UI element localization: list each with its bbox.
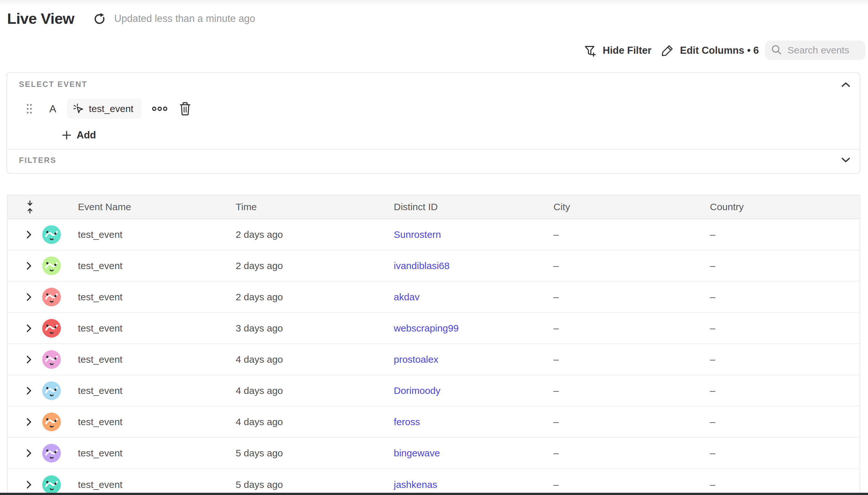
avatar-face-icon bbox=[42, 288, 61, 306]
event-name-cell: test_event bbox=[72, 448, 230, 459]
event-name-cell: test_event bbox=[72, 292, 230, 303]
avatar-cell bbox=[36, 381, 72, 400]
add-event-button[interactable]: Add bbox=[62, 128, 96, 142]
row-expand-button[interactable] bbox=[8, 449, 36, 457]
column-header-city[interactable]: City bbox=[548, 202, 704, 212]
avatar-face-icon bbox=[42, 225, 61, 244]
avatar bbox=[42, 475, 61, 494]
filters-section-label: FILTERS bbox=[19, 156, 56, 165]
table-row[interactable]: test_event 2 days ago akdav – – bbox=[8, 281, 860, 313]
collapse-all-rows-button[interactable] bbox=[8, 200, 36, 214]
country-cell: – bbox=[704, 323, 860, 334]
country-cell: – bbox=[704, 479, 860, 490]
distinct-id-link[interactable]: akdav bbox=[388, 292, 548, 303]
avatar-face-icon bbox=[42, 381, 61, 400]
event-name-cell: test_event bbox=[72, 323, 230, 334]
chevron-up-icon bbox=[841, 82, 851, 87]
distinct-id-link[interactable]: feross bbox=[388, 416, 548, 427]
country-cell: – bbox=[704, 292, 860, 303]
event-select-chip[interactable]: test_event bbox=[67, 99, 142, 119]
event-name-cell: test_event bbox=[72, 260, 230, 271]
table-body: test_event 2 days ago Sunrostern – – bbox=[8, 219, 860, 495]
edit-columns-label: Edit Columns • 6 bbox=[680, 45, 759, 56]
search-box[interactable] bbox=[765, 40, 865, 60]
row-expand-button[interactable] bbox=[8, 262, 36, 270]
trash-icon bbox=[178, 101, 192, 116]
cursor-click-icon bbox=[73, 103, 84, 115]
time-cell: 4 days ago bbox=[230, 354, 388, 365]
avatar bbox=[42, 288, 61, 306]
distinct-id-link[interactable]: jashkenas bbox=[388, 479, 548, 490]
avatar-cell bbox=[36, 444, 72, 462]
hide-filter-label: Hide Filter bbox=[603, 45, 652, 56]
city-cell: – bbox=[548, 385, 704, 396]
column-header-distinct-id[interactable]: Distinct ID bbox=[388, 202, 548, 212]
country-cell: – bbox=[704, 354, 860, 365]
row-expand-button[interactable] bbox=[8, 231, 36, 239]
search-input[interactable] bbox=[787, 45, 858, 56]
event-chip-label: test_event bbox=[89, 103, 133, 114]
table-row[interactable]: test_event 5 days ago bingewave – – bbox=[8, 438, 860, 469]
refresh-button[interactable] bbox=[93, 12, 106, 25]
avatar-cell bbox=[36, 257, 72, 275]
city-cell: – bbox=[548, 354, 704, 365]
delete-event-button[interactable] bbox=[178, 101, 192, 116]
avatar-face-icon bbox=[42, 350, 61, 369]
table-row[interactable]: test_event 5 days ago jashkenas – – bbox=[8, 469, 860, 495]
query-builder-card: SELECT EVENT A test_event bbox=[6, 72, 860, 174]
card-divider bbox=[7, 149, 860, 150]
chevron-right-icon bbox=[27, 449, 32, 457]
distinct-id-link[interactable]: ivandiblasi68 bbox=[388, 260, 548, 271]
avatar-face-icon bbox=[42, 444, 61, 462]
event-more-options-button[interactable] bbox=[151, 105, 168, 112]
distinct-id-link[interactable]: bingewave bbox=[388, 448, 548, 459]
avatar-face-icon bbox=[42, 413, 61, 431]
table-row[interactable]: test_event 4 days ago feross – – bbox=[8, 407, 860, 438]
event-name-cell: test_event bbox=[72, 416, 230, 427]
event-name-cell: test_event bbox=[72, 385, 230, 396]
column-header-country[interactable]: Country bbox=[704, 202, 860, 212]
distinct-id-link[interactable]: webscraping99 bbox=[388, 323, 548, 334]
distinct-id-link[interactable]: Dorimoody bbox=[388, 385, 548, 396]
city-cell: – bbox=[548, 448, 704, 459]
drag-handle-icon[interactable] bbox=[25, 101, 33, 117]
collapse-rows-icon bbox=[27, 200, 33, 214]
table-row[interactable]: test_event 2 days ago Sunrostern – – bbox=[8, 219, 860, 251]
country-cell: – bbox=[704, 229, 860, 240]
filters-expand-button[interactable] bbox=[840, 155, 851, 165]
column-header-event-name[interactable]: Event Name bbox=[72, 202, 230, 212]
hide-filter-button[interactable]: Hide Filter bbox=[583, 40, 652, 61]
row-expand-button[interactable] bbox=[8, 324, 36, 332]
chevron-right-icon bbox=[27, 293, 32, 301]
country-cell: – bbox=[704, 448, 860, 459]
page-title: Live View bbox=[7, 10, 74, 27]
avatar bbox=[42, 413, 61, 431]
table-row[interactable]: test_event 4 days ago prostoalex – – bbox=[8, 344, 860, 375]
select-event-collapse-button[interactable] bbox=[840, 80, 851, 89]
distinct-id-link[interactable]: prostoalex bbox=[388, 354, 548, 365]
city-cell: – bbox=[548, 292, 704, 303]
live-view-page: Live View Updated less than a minute ago… bbox=[0, 0, 868, 495]
row-expand-button[interactable] bbox=[8, 387, 36, 395]
row-expand-button[interactable] bbox=[8, 293, 36, 301]
row-expand-button[interactable] bbox=[8, 480, 36, 489]
table-row[interactable]: test_event 2 days ago ivandiblasi68 – – bbox=[8, 251, 860, 281]
table-row[interactable]: test_event 3 days ago webscraping99 – – bbox=[8, 313, 860, 344]
event-name-cell: test_event bbox=[72, 354, 230, 365]
funnel-plus-icon bbox=[583, 44, 597, 57]
chevron-right-icon bbox=[27, 231, 32, 239]
avatar-cell bbox=[36, 225, 72, 244]
row-expand-button[interactable] bbox=[8, 418, 36, 426]
column-header-time[interactable]: Time bbox=[230, 202, 388, 212]
edit-columns-button[interactable]: Edit Columns • 6 bbox=[661, 40, 759, 61]
distinct-id-link[interactable]: Sunrostern bbox=[388, 229, 548, 240]
time-cell: 3 days ago bbox=[230, 323, 388, 334]
event-row: A test_event bbox=[7, 99, 860, 119]
row-expand-button[interactable] bbox=[8, 355, 36, 364]
table-row[interactable]: test_event 4 days ago Dorimoody – – bbox=[8, 375, 860, 407]
avatar-cell bbox=[36, 288, 72, 306]
time-cell: 2 days ago bbox=[230, 229, 388, 240]
time-cell: 4 days ago bbox=[230, 385, 388, 396]
avatar bbox=[42, 257, 61, 275]
chevron-down-icon bbox=[841, 157, 851, 163]
